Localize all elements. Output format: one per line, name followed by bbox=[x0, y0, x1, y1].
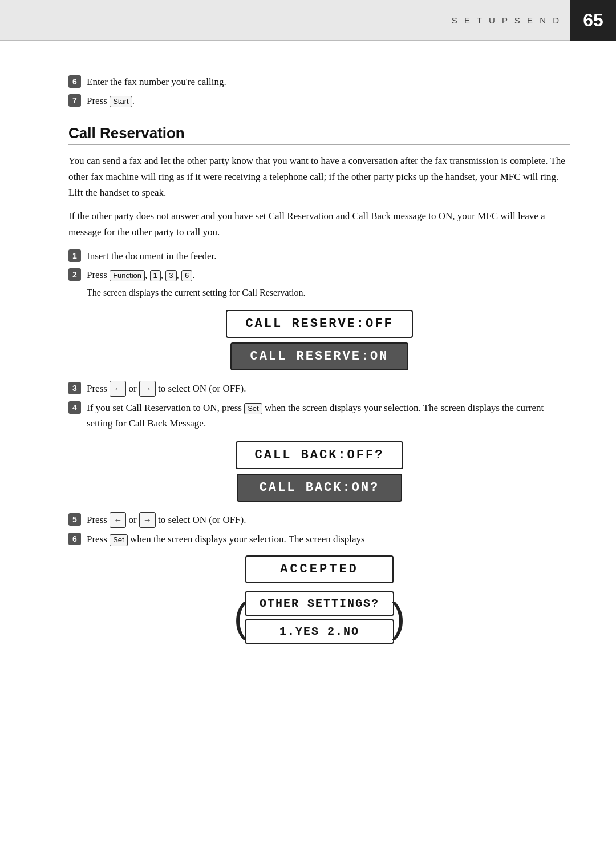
step-badge-6: 6 bbox=[68, 75, 81, 88]
header-label: S E T U P S E N D bbox=[452, 15, 570, 25]
step-6-text: Enter the fax number you're calling. bbox=[87, 74, 226, 90]
top-step-7: 7 Press Start. bbox=[68, 93, 570, 108]
start-key: Start bbox=[110, 96, 132, 107]
key-3: 3 bbox=[165, 270, 176, 281]
step-badge-s2: 2 bbox=[68, 268, 81, 281]
step-7-text: Press Start. bbox=[87, 93, 135, 108]
step-s1-text: Insert the document in the feeder. bbox=[87, 248, 217, 264]
other-settings-wrapper: ( OTHER SETTINGS? 1.YES 2.NO ) bbox=[234, 591, 406, 644]
section-step-1: 1 Insert the document in the feeder. bbox=[68, 248, 570, 264]
lcd-yes-no: 1.YES 2.NO bbox=[245, 619, 394, 644]
arrow-left-key-5: ← bbox=[110, 512, 126, 528]
page-header: S E T U P S E N D 65 bbox=[0, 0, 616, 41]
section-step-3: 3 Press ← or → to select ON (or OFF). bbox=[68, 381, 570, 397]
key-1: 1 bbox=[150, 270, 161, 281]
section-step-5: 5 Press ← or → to select ON (or OFF). bbox=[68, 512, 570, 528]
intro-para-1: You can send a fax and let the other par… bbox=[68, 153, 570, 201]
section-intro: You can send a fax and let the other par… bbox=[68, 153, 570, 240]
step-badge-7: 7 bbox=[68, 94, 81, 107]
other-settings-inner: OTHER SETTINGS? 1.YES 2.NO bbox=[245, 591, 394, 644]
intro-para-2: If the other party does not answer and y… bbox=[68, 208, 570, 240]
key-6: 6 bbox=[181, 270, 192, 281]
arrow-right-key-3: → bbox=[139, 381, 156, 397]
section-step-2: 2 Press Function, 1, 3, 6. bbox=[68, 267, 570, 283]
lcd-reserve-group: CALL RESERVE:OFF CALL RESERVE:ON bbox=[68, 310, 570, 370]
top-step-6: 6 Enter the fax number you're calling. bbox=[68, 74, 570, 90]
lcd-other-settings: OTHER SETTINGS? bbox=[245, 591, 394, 616]
step-badge-s4: 4 bbox=[68, 401, 81, 414]
step-s4-text: If you set Call Reservation to ON, press… bbox=[87, 400, 570, 431]
arrow-right-key-5: → bbox=[139, 512, 156, 528]
step-badge-s6: 6 bbox=[68, 533, 81, 545]
section-step-6: 6 Press Set when the screen displays you… bbox=[68, 531, 570, 547]
set-key-4: Set bbox=[244, 403, 262, 414]
lcd-back-off: CALL BACK:OFF? bbox=[236, 441, 404, 469]
step-s2-text: Press Function, 1, 3, 6. bbox=[87, 267, 194, 283]
function-key: Function bbox=[110, 270, 145, 281]
bracket-right: ) bbox=[392, 598, 405, 638]
step-s3-text: Press ← or → to select ON (or OFF). bbox=[87, 381, 246, 397]
lcd-callback-group: CALL BACK:OFF? CALL BACK:ON? bbox=[68, 441, 570, 502]
page-number: 65 bbox=[570, 0, 616, 41]
set-key-6: Set bbox=[110, 534, 128, 546]
step-s5-text: Press ← or → to select ON (or OFF). bbox=[87, 512, 246, 528]
arrow-left-key-3: ← bbox=[110, 381, 126, 397]
lcd-reserve-off: CALL RESERVE:OFF bbox=[226, 310, 412, 338]
step-s6-text: Press Set when the screen displays your … bbox=[87, 531, 365, 547]
section-steps: 1 Insert the document in the feeder. 2 P… bbox=[68, 248, 570, 644]
step-badge-s1: 1 bbox=[68, 249, 81, 262]
lcd-back-on: CALL BACK:ON? bbox=[237, 474, 402, 502]
step-badge-s5: 5 bbox=[68, 513, 81, 526]
lcd-reserve-on: CALL RESERVE:ON bbox=[230, 342, 408, 370]
section-title: Call Reservation bbox=[68, 124, 570, 145]
lcd-accepted: ACCEPTED bbox=[245, 555, 394, 583]
step-s2-sub: The screen displays the current setting … bbox=[87, 286, 570, 300]
section-step-4: 4 If you set Call Reservation to ON, pre… bbox=[68, 400, 570, 431]
step-badge-s3: 3 bbox=[68, 382, 81, 394]
main-content: 6 Enter the fax number you're calling. 7… bbox=[0, 41, 616, 681]
lcd-accepted-group: ACCEPTED ( OTHER SETTINGS? 1.YES 2.NO ) bbox=[68, 555, 570, 644]
top-steps: 6 Enter the fax number you're calling. 7… bbox=[68, 74, 570, 108]
